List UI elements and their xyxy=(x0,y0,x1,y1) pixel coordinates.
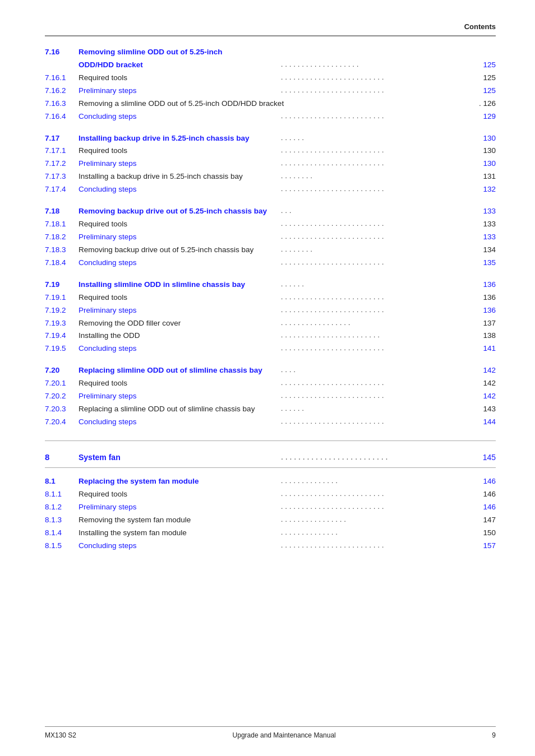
dots-8-1-2: . . . . . . . . . . . . . . . . . . . . … xyxy=(279,501,479,513)
toc-entry-8-1-5[interactable]: 8.1.5 Concluding steps . . . . . . . . .… xyxy=(45,540,496,552)
toc-entry-7-18-3[interactable]: 7.18.3 Removing backup drive out of 5.25… xyxy=(45,244,496,256)
page-8-1-4: 150 xyxy=(479,527,496,539)
toc-entry-7-17-2[interactable]: 7.17.2 Preliminary steps . . . . . . . .… xyxy=(45,158,496,170)
section-number-7-17-2: 7.17.2 xyxy=(45,158,79,170)
toc-entry-7-16-line2[interactable]: ODD/HDD bracket . . . . . . . . . . . . … xyxy=(45,59,496,71)
page-chapter-8: 145 xyxy=(479,453,496,462)
section-title-7-18: Removing backup drive out of 5.25-inch c… xyxy=(79,206,279,217)
dots-7-18: . . . xyxy=(279,205,479,217)
section-number-7-20-2: 7.20.2 xyxy=(45,391,79,402)
toc-entry-7-18-2[interactable]: 7.18.2 Preliminary steps . . . . . . . .… xyxy=(45,231,496,243)
page: Contents 7.16 Removing slimline ODD out … xyxy=(0,0,535,756)
page-7-16-2: 125 xyxy=(479,85,496,97)
toc-entry-8-1[interactable]: 8.1 Replacing the system fan module . . … xyxy=(45,476,496,488)
chapter-8-divider xyxy=(45,440,496,441)
section-title-8-1-5: Concluding steps xyxy=(79,540,279,552)
page-7-20: 142 xyxy=(479,365,496,377)
toc-entry-7-20-2[interactable]: 7.20.2 Preliminary steps . . . . . . . .… xyxy=(45,391,496,402)
toc-entry-7-20-4[interactable]: 7.20.4 Concluding steps . . . . . . . . … xyxy=(45,416,496,428)
toc-entry-7-20-3[interactable]: 7.20.3 Replacing a slimline ODD out of s… xyxy=(45,403,496,415)
section-number-8-1-4: 8.1.4 xyxy=(45,527,79,539)
toc-entry-8-1-1[interactable]: 8.1.1 Required tools . . . . . . . . . .… xyxy=(45,489,496,500)
section-title-7-16: Removing slimline ODD out of 5.25-inch xyxy=(79,47,496,58)
footer-center: Upgrade and Maintenance Manual xyxy=(233,731,336,739)
toc-entry-7-16-4[interactable]: 7.16.4 Concluding steps . . . . . . . . … xyxy=(45,111,496,123)
toc-entry-7-16-3[interactable]: 7.16.3 Removing a slimline ODD out of 5.… xyxy=(45,98,496,110)
section-title-7-17-4: Concluding steps xyxy=(79,184,279,196)
section-number-8-1-1: 8.1.1 xyxy=(45,489,79,500)
section-number-8-1-3: 8.1.3 xyxy=(45,514,79,526)
toc-entry-8-1-3[interactable]: 8.1.3 Removing the system fan module . .… xyxy=(45,514,496,526)
section-number-7-16: 7.16 xyxy=(45,47,79,58)
toc-entry-7-19-4[interactable]: 7.19.4 Installing the ODD . . . . . . . … xyxy=(45,330,496,342)
section-number-8-1-2: 8.1.2 xyxy=(45,502,79,513)
toc-entry-7-19-5[interactable]: 7.19.5 Concluding steps . . . . . . . . … xyxy=(45,343,496,355)
chapter-8-row[interactable]: 8 System fan . . . . . . . . . . . . . .… xyxy=(45,452,496,462)
page-7-17-4: 132 xyxy=(479,184,496,196)
toc-entry-7-19-2[interactable]: 7.19.2 Preliminary steps . . . . . . . .… xyxy=(45,305,496,317)
toc-entry-8-1-2[interactable]: 8.1.2 Preliminary steps . . . . . . . . … xyxy=(45,502,496,513)
dots-7-16-1: . . . . . . . . . . . . . . . . . . . . … xyxy=(279,72,479,84)
section-number-7-16-1: 7.16.1 xyxy=(45,72,79,84)
section-number-7-16-2: 7.16.2 xyxy=(45,85,79,97)
section-8-1: 8.1 Replacing the system fan module . . … xyxy=(45,476,496,552)
toc-entry-7-18[interactable]: 7.18 Removing backup drive out of 5.25-i… xyxy=(45,206,496,217)
page-7-18: 133 xyxy=(479,206,496,217)
toc-entry-8-1-4[interactable]: 8.1.4 Installing the system fan module .… xyxy=(45,527,496,539)
section-title-7-17-1: Required tools xyxy=(79,145,279,157)
dots-7-19-5: . . . . . . . . . . . . . . . . . . . . … xyxy=(279,342,479,354)
section-number-7-18-3: 7.18.3 xyxy=(45,244,79,256)
section-number-7-17-4: 7.17.4 xyxy=(45,184,79,196)
dots-7-16: . . . . . . . . . . . . . . . . . . . xyxy=(279,59,479,71)
section-title-7-16-4: Concluding steps xyxy=(79,111,279,123)
dots-7-19-3: . . . . . . . . . . . . . . . . . xyxy=(279,317,479,329)
section-7-20: 7.20 Replacing slimline ODD out of sliml… xyxy=(45,365,496,428)
toc-entry-7-19[interactable]: 7.19 Installing slimline ODD in slimline… xyxy=(45,279,496,291)
section-title-7-16-3: Removing a slimline ODD out of 5.25-inch… xyxy=(79,98,474,110)
dots-7-18-4: . . . . . . . . . . . . . . . . . . . . … xyxy=(279,257,479,268)
toc-entry-7-20-1[interactable]: 7.20.1 Required tools . . . . . . . . . … xyxy=(45,378,496,389)
dots-7-18-1: . . . . . . . . . . . . . . . . . . . . … xyxy=(279,218,479,230)
section-7-16: 7.16 Removing slimline ODD out of 5.25-i… xyxy=(45,47,496,123)
toc-entry-7-17-4[interactable]: 7.17.4 Concluding steps . . . . . . . . … xyxy=(45,184,496,196)
toc-entry-7-18-1[interactable]: 7.18.1 Required tools . . . . . . . . . … xyxy=(45,219,496,230)
toc-entry-7-17[interactable]: 7.17 Installing backup drive in 5.25-inc… xyxy=(45,133,496,145)
toc-entry-7-17-3[interactable]: 7.17.3 Installing a backup drive in 5.25… xyxy=(45,171,496,183)
section-number-7-19-3: 7.19.3 xyxy=(45,318,79,330)
section-title-8-1: Replacing the system fan module xyxy=(79,476,279,488)
section-title-7-19-5: Concluding steps xyxy=(79,343,279,355)
toc-entry-7-17-1[interactable]: 7.17.1 Required tools . . . . . . . . . … xyxy=(45,145,496,157)
toc-entry-7-18-4[interactable]: 7.18.4 Concluding steps . . . . . . . . … xyxy=(45,257,496,269)
page-7-16-1: 125 xyxy=(479,72,496,84)
toc-entry-7-16[interactable]: 7.16 Removing slimline ODD out of 5.25-i… xyxy=(45,47,496,58)
page-7-17: 130 xyxy=(479,133,496,145)
section-title-7-18-4: Concluding steps xyxy=(79,257,279,269)
section-title-7-17-3: Installing a backup drive in 5.25-inch c… xyxy=(79,171,279,183)
section-title-8-1-1: Required tools xyxy=(79,489,279,500)
page-7-19-2: 136 xyxy=(479,305,496,317)
page-7-20-1: 142 xyxy=(479,378,496,389)
section-title-7-17-2: Preliminary steps xyxy=(79,158,279,170)
dots-7-18-3: . . . . . . . . xyxy=(279,244,479,256)
toc-entry-7-20[interactable]: 7.20 Replacing slimline ODD out of sliml… xyxy=(45,365,496,377)
dots-7-20: . . . . xyxy=(279,364,479,376)
section-title-7-20: Replacing slimline ODD out of slimline c… xyxy=(79,365,279,377)
dots-7-20-3: . . . . . . xyxy=(279,403,479,415)
section-title-7-16-2: Preliminary steps xyxy=(79,85,279,97)
toc-entry-7-16-1[interactable]: 7.16.1 Required tools . . . . . . . . . … xyxy=(45,72,496,84)
section-title-7-19-2: Preliminary steps xyxy=(79,305,279,317)
dots-7-19-2: . . . . . . . . . . . . . . . . . . . . … xyxy=(279,304,479,316)
section-title-8-1-2: Preliminary steps xyxy=(79,502,279,513)
dots-7-20-4: . . . . . . . . . . . . . . . . . . . . … xyxy=(279,416,479,428)
toc-entry-7-19-3[interactable]: 7.19.3 Removing the ODD filler cover . .… xyxy=(45,318,496,330)
toc-entry-7-19-1[interactable]: 7.19.1 Required tools . . . . . . . . . … xyxy=(45,292,496,304)
section-number-7-17-1: 7.17.1 xyxy=(45,145,79,157)
toc-entry-7-16-2[interactable]: 7.16.2 Preliminary steps . . . . . . . .… xyxy=(45,85,496,97)
dots-7-19-1: . . . . . . . . . . . . . . . . . . . . … xyxy=(279,291,479,303)
section-7-18: 7.18 Removing backup drive out of 5.25-i… xyxy=(45,206,496,269)
page-7-16-4: 129 xyxy=(479,111,496,123)
page-8-1-3: 147 xyxy=(479,514,496,526)
section-title-7-20-3: Replacing a slimline ODD out of slimline… xyxy=(79,403,279,415)
dots-7-17: . . . . . . xyxy=(279,132,479,144)
section-title-7-16-l2: ODD/HDD bracket xyxy=(79,59,279,71)
